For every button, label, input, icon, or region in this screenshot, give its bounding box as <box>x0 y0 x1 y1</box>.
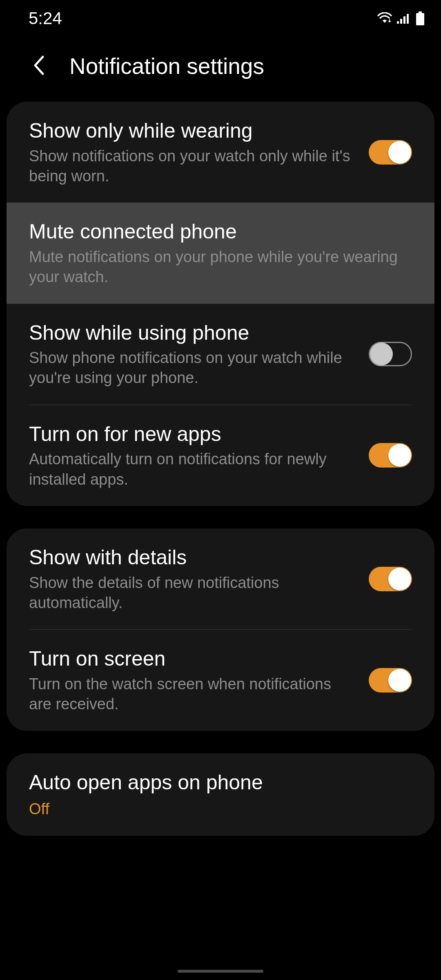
item-title: Turn on for new apps <box>29 421 356 450</box>
item-show-with-details[interactable]: Show with details Show the details of ne… <box>7 528 434 629</box>
settings-group: Show with details Show the details of ne… <box>7 528 434 731</box>
item-show-only-wearing[interactable]: Show only while wearing Show notificatio… <box>7 102 434 203</box>
item-desc: Turn on the watch screen when notificati… <box>29 674 356 715</box>
item-desc: Mute notifications on your phone while y… <box>29 247 400 287</box>
item-desc: Show notifications on your watch only wh… <box>29 146 356 187</box>
item-title: Show while using phone <box>29 320 356 348</box>
svg-rect-2 <box>403 16 405 24</box>
item-title: Auto open apps on phone <box>29 770 400 798</box>
settings-group: Show only while wearing Show notificatio… <box>7 102 434 506</box>
svg-rect-0 <box>397 21 399 24</box>
status-icons <box>376 11 425 25</box>
toggle-show-while-using-phone[interactable] <box>369 342 412 366</box>
item-mute-connected-phone[interactable]: Mute connected phone Mute notifications … <box>7 203 434 303</box>
home-indicator <box>178 970 263 973</box>
item-turn-on-screen[interactable]: Turn on screen Turn on the watch screen … <box>7 630 434 731</box>
item-value: Off <box>29 797 400 819</box>
item-show-while-using-phone[interactable]: Show while using phone Show phone notifi… <box>7 304 434 405</box>
item-desc: Show the details of new notifications au… <box>29 573 356 613</box>
item-title: Turn on screen <box>29 646 356 674</box>
chevron-left-icon <box>33 55 45 77</box>
toggle-show-with-details[interactable] <box>369 567 412 591</box>
status-bar: 5:24 <box>0 0 441 37</box>
toggle-turn-on-new-apps[interactable] <box>369 443 412 468</box>
svg-rect-1 <box>400 19 402 24</box>
item-title: Show only while wearing <box>29 118 356 146</box>
settings-group: Auto open apps on phone Off <box>7 753 434 836</box>
page-title: Notification settings <box>69 53 264 79</box>
battery-icon <box>416 11 425 25</box>
item-desc: Show phone notifications on your watch w… <box>29 348 356 388</box>
item-auto-open-apps[interactable]: Auto open apps on phone Off <box>7 753 434 836</box>
item-desc: Automatically turn on notifications for … <box>29 449 356 490</box>
item-title: Show with details <box>29 545 356 573</box>
status-time: 5:24 <box>29 9 62 28</box>
svg-rect-5 <box>416 13 424 25</box>
toggle-turn-on-screen[interactable] <box>369 668 412 693</box>
svg-rect-3 <box>407 14 409 24</box>
signal-icon <box>397 12 412 24</box>
svg-rect-4 <box>419 11 422 13</box>
item-title: Mute connected phone <box>29 219 400 247</box>
toggle-show-only-wearing[interactable] <box>369 140 412 165</box>
wifi-icon <box>376 12 393 24</box>
back-button[interactable] <box>29 56 49 76</box>
header: Notification settings <box>0 37 441 102</box>
item-turn-on-new-apps[interactable]: Turn on for new apps Automatically turn … <box>7 405 434 506</box>
